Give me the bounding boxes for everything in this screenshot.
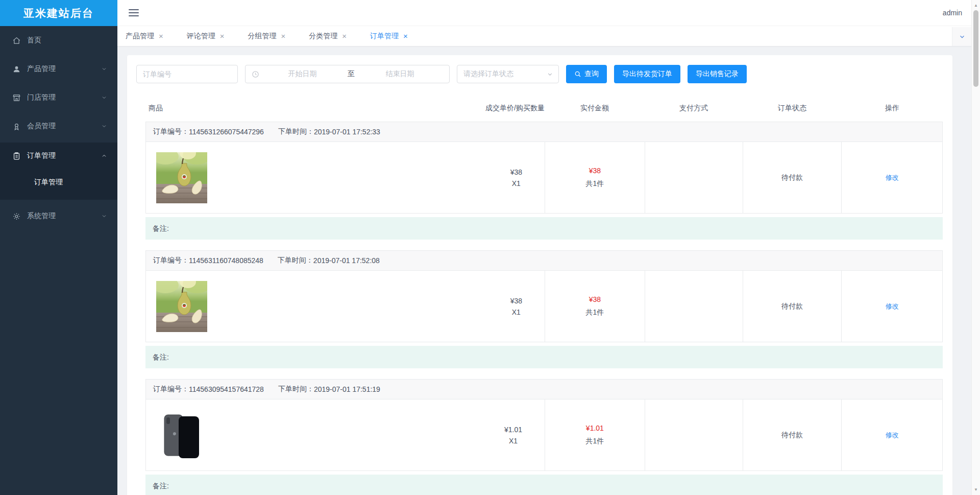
export-pending-orders-button[interactable]: 导出待发货订单 <box>614 65 680 83</box>
edit-order-link[interactable]: 修改 <box>886 431 899 440</box>
quantity: X1 <box>510 307 522 318</box>
order-time-value: 2019-07-01 17:51:19 <box>314 385 380 393</box>
sidebar-subitem-order-management[interactable]: 订单管理 <box>0 168 117 197</box>
paid-amount: ¥1.01 <box>586 424 604 432</box>
order-remark: 备注: <box>145 475 943 495</box>
col-header-unit-price-qty: 成交单价/购买数量 <box>485 104 545 113</box>
content-area: 开始日期 至 结束日期 请选择订单状态 查询 导出待发货订单 导出销售记录 <box>117 46 980 495</box>
order-block: 订单编号：1145631266075447296 下单时间：2019-07-01… <box>145 122 943 240</box>
export-sales-records-button[interactable]: 导出销售记录 <box>688 65 747 83</box>
start-date-placeholder[interactable]: 开始日期 <box>259 69 346 79</box>
order-header: 订单编号：1145630954157641728 下单时间：2019-07-01… <box>145 379 943 399</box>
status-badge: 待付款 <box>781 302 803 311</box>
close-icon[interactable]: × <box>403 32 408 40</box>
chevron-down-icon <box>101 123 107 129</box>
search-button[interactable]: 查询 <box>566 65 607 83</box>
product-cell: ¥38 X1 <box>146 142 545 213</box>
status-badge: 待付款 <box>781 173 803 182</box>
order-status-cell: 待付款 <box>743 142 842 213</box>
close-icon[interactable]: × <box>281 32 286 40</box>
sidebar-item-stores[interactable]: 门店管理 <box>0 85 117 110</box>
quantity: X1 <box>504 435 522 446</box>
tab-groups[interactable]: 分组管理 × <box>248 32 286 41</box>
sidebar-item-orders[interactable]: 订单管理 <box>0 144 117 168</box>
order-header: 订单编号：1145631266075447296 下单时间：2019-07-01… <box>145 122 943 142</box>
user-menu[interactable]: admin <box>943 9 962 17</box>
order-row: ¥1.01 X1 ¥1.01 共1件 待付款 修改 <box>145 399 943 471</box>
chevron-down-icon <box>547 71 553 78</box>
sidebar-item-label: 首页 <box>27 36 107 45</box>
action-cell: 修改 <box>841 142 942 213</box>
order-number-value: 1145631266075447296 <box>189 128 264 136</box>
orders-card: 开始日期 至 结束日期 请选择订单状态 查询 导出待发货订单 导出销售记录 <box>127 55 952 495</box>
top-header: admin <box>117 0 980 26</box>
quantity: X1 <box>510 178 522 189</box>
chevron-down-icon <box>101 95 107 101</box>
order-header: 订单编号：1145631160748085248 下单时间：2019-07-01… <box>145 250 943 271</box>
sidebar-item-label: 会员管理 <box>27 122 101 131</box>
close-icon[interactable]: × <box>220 32 225 40</box>
order-icon <box>12 152 21 160</box>
scrollbar-down-arrow[interactable]: ▼ <box>972 486 980 493</box>
status-badge: 待付款 <box>781 431 803 440</box>
chevron-down-icon <box>101 66 107 72</box>
date-range-picker[interactable]: 开始日期 至 结束日期 <box>245 65 450 83</box>
sidebar-item-label: 门店管理 <box>27 93 101 102</box>
order-time-label: 下单时间： <box>278 127 314 136</box>
sidebar-group-orders: 订单管理 订单管理 <box>0 143 117 200</box>
sidebar-item-label: 产品管理 <box>27 64 101 74</box>
pay-method-cell <box>645 271 743 342</box>
paid-amount: ¥38 <box>589 167 601 175</box>
close-icon[interactable]: × <box>342 32 347 40</box>
tab-categories[interactable]: 分类管理 × <box>309 32 347 41</box>
paid-count: 共1件 <box>585 308 604 317</box>
tab-orders[interactable]: 订单管理 × <box>370 32 408 41</box>
date-separator: 至 <box>346 69 357 79</box>
close-icon[interactable]: × <box>159 32 163 40</box>
sidebar-item-system[interactable]: 系统管理 <box>0 204 117 228</box>
unit-price-qty: ¥38 X1 <box>510 167 522 189</box>
tab-comments[interactable]: 评论管理 × <box>187 32 225 41</box>
order-number-label: 订单编号： <box>153 385 189 394</box>
order-number-input[interactable] <box>136 65 238 83</box>
pay-method-cell <box>645 399 743 470</box>
order-remark: 备注: <box>145 217 943 240</box>
chevron-down-icon <box>959 33 966 40</box>
tab-products[interactable]: 产品管理 × <box>126 32 163 41</box>
sidebar-item-label: 订单管理 <box>27 151 101 160</box>
vertical-scrollbar[interactable]: ▲ ▼ <box>971 0 980 495</box>
sidebar-item-products[interactable]: 产品管理 <box>0 57 117 81</box>
order-remark: 备注: <box>145 346 943 368</box>
paid-count: 共1件 <box>585 179 604 188</box>
orders-list: 订单编号：1145631266075447296 下单时间：2019-07-01… <box>145 122 943 495</box>
order-time-label: 下单时间： <box>278 256 313 265</box>
scrollbar-up-arrow[interactable]: ▲ <box>972 2 980 9</box>
app-logo: 亚米建站后台 <box>0 0 117 26</box>
table-header-row: 商品 成交单价/购买数量 实付金额 支付方式 订单状态 操作 <box>145 100 943 116</box>
scrollbar-thumb[interactable] <box>973 10 978 87</box>
edit-order-link[interactable]: 修改 <box>886 173 899 182</box>
paid-amount-cell: ¥1.01 共1件 <box>545 399 645 470</box>
col-header-paid-amount: 实付金额 <box>545 104 645 113</box>
paid-amount-cell: ¥38 共1件 <box>545 271 645 342</box>
order-row: ¥38 X1 ¥38 共1件 待付款 修改 <box>145 271 943 342</box>
paid-amount: ¥38 <box>589 295 601 303</box>
sidebar-item-members[interactable]: 会员管理 <box>0 114 117 138</box>
edit-order-link[interactable]: 修改 <box>886 302 899 311</box>
order-status-select[interactable]: 请选择订单状态 <box>457 65 559 83</box>
product-image <box>156 152 207 203</box>
order-number-value: 1145630954157641728 <box>189 385 264 393</box>
order-number-value: 1145631160748085248 <box>189 256 263 265</box>
hamburger-menu-icon[interactable] <box>129 7 139 18</box>
sidebar-item-home[interactable]: 首页 <box>0 28 117 53</box>
product-image <box>156 281 207 332</box>
end-date-placeholder[interactable]: 结束日期 <box>357 69 443 79</box>
order-time-value: 2019-07-01 17:52:08 <box>313 256 380 265</box>
tab-list-dropdown[interactable] <box>952 27 971 46</box>
unit-price: ¥1.01 <box>504 424 522 435</box>
user-icon <box>12 65 21 74</box>
order-number-label: 订单编号： <box>153 127 189 136</box>
order-block: 订单编号：1145631160748085248 下单时间：2019-07-01… <box>145 250 943 368</box>
paid-count: 共1件 <box>585 437 604 446</box>
filter-bar: 开始日期 至 结束日期 请选择订单状态 查询 导出待发货订单 导出销售记录 <box>136 65 943 83</box>
